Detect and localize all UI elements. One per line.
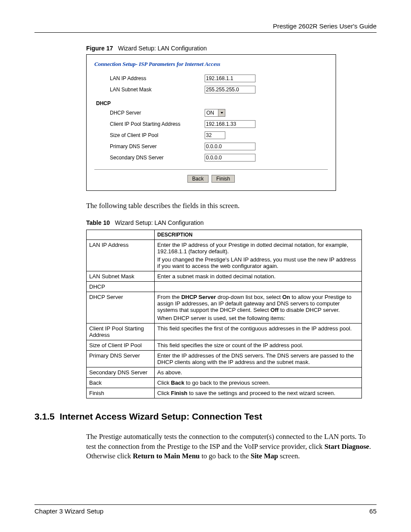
footer-left: Chapter 3 Wizard Setup <box>34 507 103 515</box>
divider <box>94 169 328 170</box>
table-row-label: Client IP Pool Starting Address <box>87 324 155 340</box>
description-table: DESCRIPTION LAN IP AddressEnter the IP a… <box>86 230 362 398</box>
page-footer: Chapter 3 Wizard Setup 65 <box>34 504 377 515</box>
table-row-description: Click Finish to save the settings and pr… <box>155 388 362 398</box>
footer-page-number: 65 <box>369 507 377 515</box>
finish-button[interactable]: Finish <box>212 175 235 183</box>
dhcp-server-select[interactable]: ON <box>205 109 225 117</box>
lead-paragraph: The following table describes the fields… <box>86 201 377 211</box>
lan-mask-input[interactable] <box>205 86 255 93</box>
table-row-description: This field specifies the first of the co… <box>155 324 362 340</box>
section-heading: 3.1.5 Internet Access Wizard Setup: Conn… <box>34 411 377 422</box>
lan-ip-input[interactable] <box>205 75 255 82</box>
table-row-label: Primary DNS Server <box>87 351 155 367</box>
table-row-label: LAN Subnet Mask <box>87 271 155 282</box>
sec-dns-input[interactable] <box>205 154 255 162</box>
table-row-label: Back <box>87 378 155 388</box>
lan-mask-label: LAN Subnet Mask <box>110 87 205 93</box>
table-row-label: Size of Client IP Pool <box>87 340 155 351</box>
figure-caption: Figure 17 Wizard Setup: LAN Configuratio… <box>86 45 377 52</box>
table-row: BackClick Back to go back to the previou… <box>87 378 362 388</box>
table-row-label: LAN IP Address <box>87 240 155 271</box>
sec-dns-label: Secondary DNS Server <box>110 155 205 161</box>
table-row: Secondary DNS ServerAs above. <box>87 367 362 378</box>
table-title: Wizard Setup: LAN Configuration <box>115 219 204 226</box>
dhcp-server-value: ON <box>205 110 218 116</box>
table-row: LAN IP AddressEnter the IP address of yo… <box>87 240 362 271</box>
table-row-description: Enter the IP addresses of the DNS server… <box>155 351 362 367</box>
back-button[interactable]: Back <box>187 175 209 183</box>
wizard-panel-title: Connection Setup- ISP Parameters for Int… <box>94 61 328 68</box>
table-row-label: DHCP Server <box>87 292 155 324</box>
table-row: Client IP Pool Starting AddressThis fiel… <box>87 324 362 340</box>
table-row: LAN Subnet MaskEnter a subnet mask in do… <box>87 271 362 282</box>
wizard-panel: Connection Setup- ISP Parameters for Int… <box>86 54 336 191</box>
table-header-blank <box>87 230 155 240</box>
lan-ip-label: LAN IP Address <box>110 75 205 81</box>
page-header: Prestige 2602R Series User's Guide <box>34 22 377 33</box>
chevron-down-icon <box>218 109 225 116</box>
table-row-label: Secondary DNS Server <box>87 367 155 378</box>
table-row-description: Enter the IP address of your Prestige in… <box>155 240 362 271</box>
pri-dns-input[interactable] <box>205 143 255 150</box>
table-row-description: As above. <box>155 367 362 378</box>
table-row: Size of Client IP PoolThis field specifi… <box>87 340 362 351</box>
dhcp-heading: DHCP <box>94 97 328 109</box>
table-row-label: DHCP <box>87 282 155 292</box>
table-row: Primary DNS ServerEnter the IP addresses… <box>87 351 362 367</box>
table-header-description: DESCRIPTION <box>155 230 362 240</box>
table-row-label: Finish <box>87 388 155 398</box>
dhcp-server-label: DHCP Server <box>110 110 205 116</box>
pool-start-label: Client IP Pool Starting Address <box>110 121 205 127</box>
table-row-description <box>155 282 362 292</box>
table-row-description: Click Back to go back to the previous sc… <box>155 378 362 388</box>
pri-dns-label: Primary DNS Server <box>110 143 205 149</box>
pool-size-label: Size of Client IP Pool <box>110 132 205 138</box>
table-row-description: This field specifies the size or count o… <box>155 340 362 351</box>
section-body: The Prestige automatically tests the con… <box>86 432 377 461</box>
table-row: DHCP ServerFrom the DHCP Server drop-dow… <box>87 292 362 324</box>
table-label: Table 10 <box>86 219 110 226</box>
table-row: DHCP <box>87 282 362 292</box>
section-number: 3.1.5 <box>34 411 55 421</box>
pool-start-input[interactable] <box>205 120 255 128</box>
figure-label: Figure 17 <box>86 45 113 52</box>
table-row-description: From the DHCP Server drop-down list box,… <box>155 292 362 324</box>
table-row: FinishClick Finish to save the settings … <box>87 388 362 398</box>
figure-title: Wizard Setup: LAN Configuration <box>118 45 207 52</box>
table-row-description: Enter a subnet mask in dotted decimal no… <box>155 271 362 282</box>
table-caption: Table 10 Wizard Setup: LAN Configuration <box>86 219 377 226</box>
pool-size-input[interactable] <box>205 131 225 139</box>
section-title: Internet Access Wizard Setup: Connection… <box>59 411 262 421</box>
